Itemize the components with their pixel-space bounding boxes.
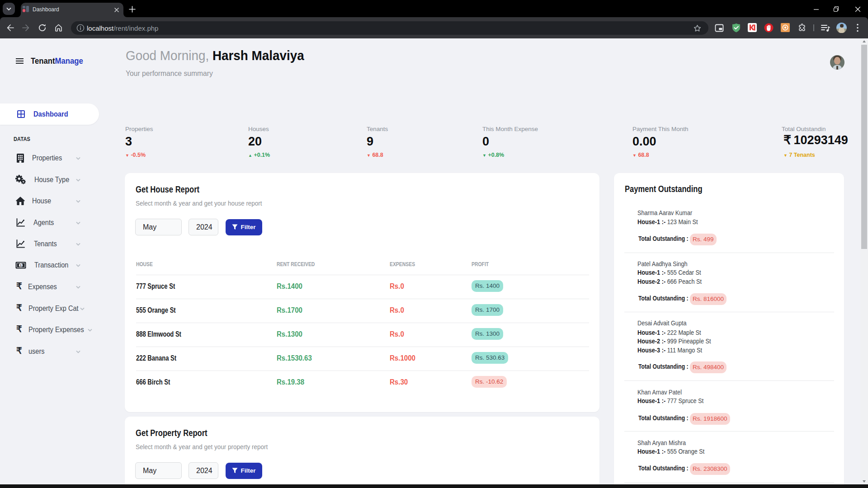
svg-text:1: 1 [20, 263, 22, 267]
